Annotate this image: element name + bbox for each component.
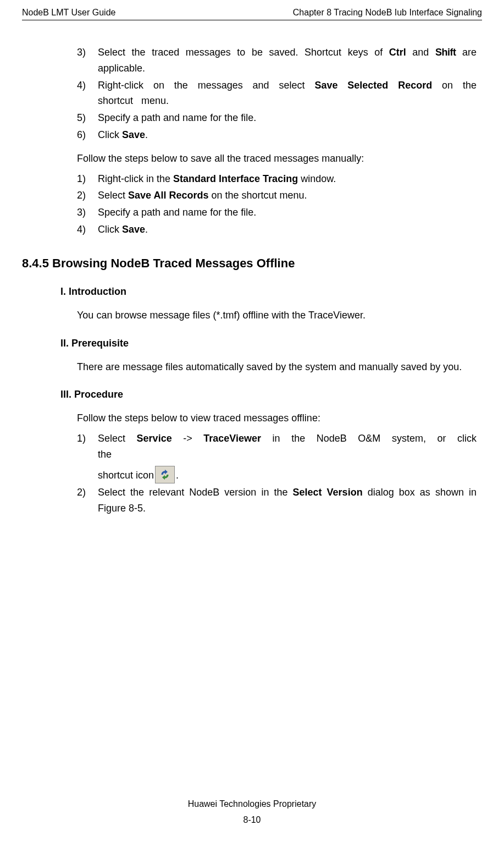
list-item: 6) Click Save. xyxy=(77,127,477,143)
bold-traceviewer: TraceViewer xyxy=(203,433,261,444)
heading-3-procedure: III. Procedure xyxy=(60,389,482,400)
list-item: 1) Right-click in the Standard Interface… xyxy=(77,171,477,187)
list-number: 4) xyxy=(77,222,98,238)
list-text: Specify a path and name for the file. xyxy=(98,110,477,126)
text-fragment: Select xyxy=(98,433,137,444)
text-fragment: Click xyxy=(98,129,122,140)
bold-save-selected-record: Save Selected Record xyxy=(314,80,432,91)
paragraph: Follow the steps below to save all the t… xyxy=(77,151,477,167)
page: NodeB LMT User Guide Chapter 8 Tracing N… xyxy=(0,0,504,847)
list-number: 1) xyxy=(77,171,98,187)
list-text: Select the traced messages to be saved. … xyxy=(98,45,477,76)
list-text: Click Save. xyxy=(98,127,477,143)
list-text: Right-click on the messages and select S… xyxy=(98,78,477,109)
text-fragment: Select xyxy=(98,190,128,201)
list-number: 5) xyxy=(77,110,98,126)
list-text: Select Save All Records on the shortcut … xyxy=(98,188,477,204)
footer-line-2: 8-10 xyxy=(0,812,504,828)
list-item: 3) Specify a path and name for the file. xyxy=(77,205,477,221)
list-number: 2) xyxy=(77,485,98,516)
traceviewer-shortcut-icon xyxy=(155,466,175,483)
text-fragment: shortcut icon xyxy=(98,468,154,483)
text-fragment: Click xyxy=(98,224,122,235)
list-text: Select the relevant NodeB version in the… xyxy=(98,485,477,516)
bold-save-all-records: Save All Records xyxy=(128,190,208,201)
list-text: Select Service -> TraceViewer in the Nod… xyxy=(98,431,477,483)
bold-standard-interface-tracing: Standard Interface Tracing xyxy=(173,173,298,184)
page-footer: Huawei Technologies Proprietary 8-10 xyxy=(0,796,504,828)
ordered-list-a: 3) Select the traced messages to be save… xyxy=(77,45,477,143)
text-fragment: -> xyxy=(172,433,204,444)
list-item: 4) Click Save. xyxy=(77,222,477,238)
list-text: Specify a path and name for the file. xyxy=(98,205,477,221)
list-item: 5) Specify a path and name for the file. xyxy=(77,110,477,126)
bold-service: Service xyxy=(137,433,172,444)
bold-save: Save xyxy=(122,224,145,235)
header-right: Chapter 8 Tracing NodeB Iub Interface Si… xyxy=(293,8,482,18)
list-item: 4) Right-click on the messages and selec… xyxy=(77,78,477,109)
list-text: Click Save. xyxy=(98,222,477,238)
paragraph: Follow the steps below to view traced me… xyxy=(77,410,477,426)
bold-save: Save xyxy=(122,129,145,140)
text-fragment: . xyxy=(176,468,179,483)
list-item: 3) Select the traced messages to be save… xyxy=(77,45,477,76)
heading-3-introduction: I. Introduction xyxy=(60,286,482,298)
content-area: 3) Select the traced messages to be save… xyxy=(22,20,482,516)
page-header: NodeB LMT User Guide Chapter 8 Tracing N… xyxy=(22,0,482,20)
footer-line-1: Huawei Technologies Proprietary xyxy=(0,796,504,812)
header-left: NodeB LMT User Guide xyxy=(22,8,115,18)
list-item: 1) Select Service -> TraceViewer in the … xyxy=(77,431,477,483)
list-item: 2) Select the relevant NodeB version in … xyxy=(77,485,477,516)
text-fragment: . xyxy=(145,129,148,140)
text-fragment: Right-click on the messages and select xyxy=(98,80,314,91)
text-fragment: window. xyxy=(298,173,336,184)
list-number: 3) xyxy=(77,205,98,221)
bold-shift: Shift xyxy=(435,47,456,58)
ordered-list-c: 1) Select Service -> TraceViewer in the … xyxy=(77,431,477,516)
list-number: 3) xyxy=(77,45,98,76)
text-fragment: on the shortcut menu. xyxy=(208,190,307,201)
text-fragment: and xyxy=(406,47,435,58)
list-item: 2) Select Save All Records on the shortc… xyxy=(77,188,477,204)
bold-ctrl: Ctrl xyxy=(389,47,406,58)
heading-2: 8.4.5 Browsing NodeB Traced Messages Off… xyxy=(22,256,482,271)
list-number: 6) xyxy=(77,127,98,143)
text-fragment: Right-click in the xyxy=(98,173,173,184)
list-number: 4) xyxy=(77,78,98,109)
bold-select-version: Select Version xyxy=(293,487,363,498)
heading-3-prerequisite: II. Prerequisite xyxy=(60,338,482,349)
list-text: Right-click in the Standard Interface Tr… xyxy=(98,171,477,187)
text-fragment: Select the traced messages to be saved. … xyxy=(98,47,389,58)
ordered-list-b: 1) Right-click in the Standard Interface… xyxy=(77,171,477,238)
text-fragment: . xyxy=(145,224,148,235)
paragraph: There are message files automatically sa… xyxy=(77,359,477,375)
list-number: 2) xyxy=(77,188,98,204)
paragraph: You can browse message files (*.tmf) off… xyxy=(77,307,477,323)
list-number: 1) xyxy=(77,431,98,483)
text-fragment: Select the relevant NodeB version in the xyxy=(98,487,293,498)
